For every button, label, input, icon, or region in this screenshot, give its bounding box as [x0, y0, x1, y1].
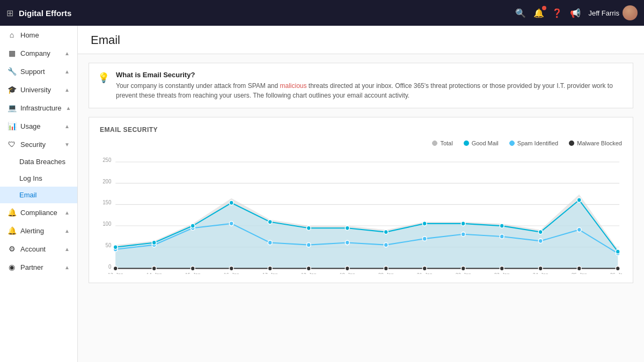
- compliance-icon: 🔔: [8, 208, 16, 217]
- chevron-down-icon: ▲: [64, 264, 70, 270]
- sidebar-subitem-data-breaches[interactable]: Data Breaches: [0, 153, 77, 170]
- university-icon: 🎓: [8, 85, 16, 94]
- malware-dot-8: [422, 266, 427, 270]
- malware-dot-3: [229, 266, 233, 270]
- good-mail-dot-0: [113, 245, 118, 249]
- chevron-down-icon: ▲: [64, 69, 70, 75]
- svg-text:23. Jan: 23. Jan: [494, 272, 510, 274]
- malware-dot-1: [152, 266, 156, 270]
- sidebar-item-company[interactable]: ▦ Company ▲: [0, 44, 77, 62]
- sidebar-item-alerting[interactable]: 🔔 Alerting ▲: [0, 221, 77, 240]
- malware-dot-13: [616, 266, 620, 270]
- sidebar-subitem-log-ins[interactable]: Log Ins: [0, 170, 77, 187]
- svg-text:0: 0: [108, 263, 112, 269]
- svg-text:26. Jan: 26. Jan: [610, 272, 622, 274]
- good-mail-dot-3: [229, 201, 233, 205]
- infrastructure-icon: 💻: [8, 104, 16, 112]
- sidebar-item-security[interactable]: 🛡 Security ▼: [0, 135, 77, 153]
- user-name: Jeff Farris: [588, 9, 619, 17]
- svg-text:16. Jan: 16. Jan: [224, 272, 239, 274]
- sidebar-item-partner[interactable]: ◉ Partner ▲: [0, 258, 77, 276]
- spam-dot-12: [577, 227, 581, 232]
- sidebar-item-infrastructure[interactable]: 💻 Infrastructure ▲: [0, 99, 77, 117]
- legend-good-mail: Good Mail: [464, 140, 499, 146]
- alerting-icon: 🔔: [8, 226, 16, 235]
- chevron-down-icon: ▲: [64, 123, 70, 129]
- grid-icon[interactable]: ⊞: [6, 8, 13, 18]
- search-icon[interactable]: 🔍: [515, 8, 526, 18]
- svg-text:21. Jan: 21. Jan: [417, 272, 433, 274]
- svg-text:15. Jan: 15. Jan: [185, 272, 201, 274]
- svg-text:20. Jan: 20. Jan: [378, 272, 394, 274]
- chevron-down-icon: ▲: [64, 210, 70, 216]
- good-mail-dot-12: [577, 198, 581, 202]
- user-menu[interactable]: Jeff Farris: [588, 5, 638, 20]
- good-mail-dot-1: [152, 240, 156, 245]
- svg-text:19. Jan: 19. Jan: [340, 272, 355, 274]
- svg-text:100: 100: [103, 221, 112, 227]
- sidebar-item-university[interactable]: 🎓 University ▲: [0, 80, 77, 99]
- info-text: Your company is constantly under attack …: [116, 81, 624, 100]
- malware-dot-2: [191, 266, 195, 270]
- partner-icon: ◉: [8, 263, 16, 271]
- info-title: What is Email Security?: [116, 71, 624, 79]
- total-dot: [432, 141, 437, 146]
- chart-container: 0 50 100 150 200 250: [100, 151, 622, 274]
- spam-dot-8: [422, 237, 427, 241]
- notification-icon[interactable]: 🔔: [533, 8, 544, 18]
- malware-dot: [569, 141, 574, 146]
- info-icon: 💡: [98, 72, 109, 84]
- spam-dot-7: [384, 242, 388, 247]
- main-content: Email 💡 What is Email Security? Your com…: [78, 26, 644, 362]
- svg-text:14. Jan: 14. Jan: [147, 272, 162, 274]
- sidebar-item-account[interactable]: ⚙ Account ▲: [0, 240, 77, 258]
- legend-good-mail-label: Good Mail: [472, 140, 499, 146]
- info-box: 💡 What is Email Security? Your company i…: [89, 63, 633, 108]
- good-mail-dot-10: [500, 224, 504, 228]
- sidebar: ⌂ Home ▦ Company ▲ 🔧 Support ▲ 🎓 Univers…: [0, 26, 78, 362]
- good-mail-dot-4: [268, 220, 272, 224]
- home-icon: ⌂: [8, 31, 16, 39]
- spam-dot: [509, 141, 515, 146]
- sidebar-item-home[interactable]: ⌂ Home: [0, 26, 77, 44]
- svg-text:18. Jan: 18. Jan: [301, 272, 317, 274]
- good-mail-dot-13: [616, 249, 620, 254]
- spam-dot-5: [306, 242, 311, 247]
- malware-dot-10: [500, 266, 504, 270]
- spam-dot-4: [268, 240, 272, 245]
- email-security-chart: 0 50 100 150 200 250: [100, 151, 622, 274]
- chevron-down-icon: ▲: [64, 87, 70, 93]
- megaphone-icon[interactable]: 📢: [570, 8, 581, 18]
- svg-text:150: 150: [103, 200, 112, 205]
- help-icon[interactable]: ❓: [552, 8, 562, 18]
- sidebar-subitem-email[interactable]: Email: [0, 187, 77, 203]
- good-mail-dot-8: [422, 221, 427, 226]
- legend-total-label: Total: [440, 140, 452, 146]
- chevron-down-icon: ▲: [64, 228, 70, 234]
- sidebar-item-usage[interactable]: 📊 Usage ▲: [0, 117, 77, 135]
- malware-dot-12: [577, 266, 581, 270]
- content-header: Email: [78, 26, 644, 54]
- svg-text:200: 200: [103, 178, 112, 184]
- svg-text:250: 250: [103, 157, 112, 163]
- sidebar-item-support[interactable]: 🔧 Support ▲: [0, 62, 77, 80]
- top-navigation: ⊞ Digital Efforts 🔍 🔔 ❓ 📢 Jeff Farris: [0, 0, 644, 26]
- support-icon: 🔧: [8, 67, 16, 76]
- user-avatar: [623, 5, 638, 20]
- malware-dot-7: [384, 266, 388, 270]
- spam-dot-6: [345, 240, 349, 245]
- sidebar-item-compliance[interactable]: 🔔 Compliance ▲: [0, 203, 77, 221]
- malware-dot-6: [345, 266, 349, 270]
- spam-dot-9: [461, 232, 465, 237]
- chevron-down-icon: ▼: [64, 142, 70, 147]
- chart-title: EMAIL SECURITY: [100, 126, 622, 134]
- chevron-down-icon: ▲: [64, 50, 70, 56]
- chevron-down-icon: ▲: [66, 105, 71, 111]
- usage-icon: 📊: [8, 122, 16, 130]
- spam-dot-10: [500, 234, 504, 239]
- svg-text:50: 50: [106, 242, 112, 248]
- company-icon: ▦: [8, 49, 16, 57]
- malware-dot-4: [268, 266, 272, 270]
- legend-spam: Spam Identified: [509, 140, 558, 146]
- good-mail-dot-9: [461, 221, 465, 226]
